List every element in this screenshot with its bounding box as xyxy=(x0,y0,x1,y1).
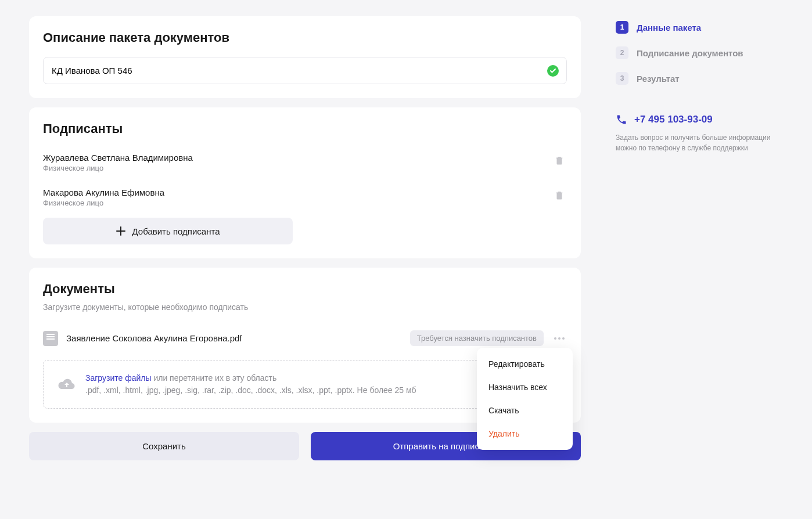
main-column: Описание пакета документов Подписанты Жу… xyxy=(29,16,581,460)
plus-icon xyxy=(116,226,126,236)
check-icon xyxy=(547,65,559,77)
signers-title: Подписанты xyxy=(43,121,567,136)
steps-list: 1 Данные пакета 2 Подписание документов … xyxy=(616,21,778,85)
signer-name: Макарова Акулина Ефимовна xyxy=(43,188,164,197)
step-package-data[interactable]: 1 Данные пакета xyxy=(616,21,778,34)
help-text: Задать вопрос и получить больше информац… xyxy=(616,132,778,153)
documents-card: Документы Загрузите документы, которые н… xyxy=(29,268,581,423)
upload-text: Загрузите файлы или перетяните их в эту … xyxy=(85,372,416,397)
signer-name: Журавлева Светлана Владимировна xyxy=(43,153,193,163)
signers-card: Подписанты Журавлева Светлана Владимиров… xyxy=(29,107,581,258)
document-status-badge: Требуется назначить подписантов xyxy=(410,330,544,346)
documents-title: Документы xyxy=(43,282,567,297)
trash-icon xyxy=(554,155,565,165)
description-input[interactable] xyxy=(43,57,567,84)
document-more-button[interactable] xyxy=(552,335,567,342)
step-number: 1 xyxy=(616,21,628,34)
upload-link[interactable]: Загрузите файлы xyxy=(85,373,152,383)
document-row: Заявление Соколова Акулина Егоровна.pdf … xyxy=(43,326,567,351)
documents-subtitle: Загрузите документы, которые необходимо … xyxy=(43,302,567,312)
document-name: Заявление Соколова Акулина Егоровна.pdf xyxy=(66,333,402,343)
delete-signer-button[interactable] xyxy=(552,153,567,170)
dropdown-delete[interactable]: Удалить xyxy=(477,422,573,445)
trash-icon xyxy=(554,190,565,200)
step-result[interactable]: 3 Результат xyxy=(616,72,778,85)
save-button[interactable]: Сохранить xyxy=(29,432,299,460)
description-card: Описание пакета документов xyxy=(29,16,581,98)
step-number: 3 xyxy=(616,72,628,85)
dropdown-assign-all[interactable]: Назначить всех xyxy=(477,376,573,399)
dropdown-download[interactable]: Скачать xyxy=(477,399,573,422)
sidebar: 1 Данные пакета 2 Подписание документов … xyxy=(616,16,778,460)
add-signer-button[interactable]: Добавить подписанта xyxy=(43,218,293,244)
step-signing[interactable]: 2 Подписание документов xyxy=(616,46,778,59)
add-signer-label: Добавить подписанта xyxy=(132,226,220,236)
description-input-wrap xyxy=(43,57,567,84)
step-label: Подписание документов xyxy=(637,48,743,58)
phone-number: +7 495 103-93-09 xyxy=(634,114,713,125)
delete-signer-button[interactable] xyxy=(552,188,567,204)
step-number: 2 xyxy=(616,46,628,59)
step-label: Данные пакета xyxy=(637,23,701,33)
description-title: Описание пакета документов xyxy=(43,30,567,45)
document-icon xyxy=(43,331,58,346)
signer-type: Физическое лицо xyxy=(43,199,164,207)
cloud-upload-icon xyxy=(58,377,76,391)
phone-icon xyxy=(616,114,627,125)
document-dropdown: Редактировать Назначить всех Скачать Уда… xyxy=(477,348,573,450)
upload-formats: .pdf, .xml, .html, .jpg, .jpeg, .sig, .r… xyxy=(85,385,416,395)
phone-row[interactable]: +7 495 103-93-09 xyxy=(616,114,778,125)
signer-type: Физическое лицо xyxy=(43,164,193,172)
step-label: Результат xyxy=(637,74,680,84)
dropdown-edit[interactable]: Редактировать xyxy=(477,352,573,376)
signer-row: Макарова Акулина Ефимовна Физическое лиц… xyxy=(43,183,567,212)
signer-row: Журавлева Светлана Владимировна Физическ… xyxy=(43,148,567,177)
